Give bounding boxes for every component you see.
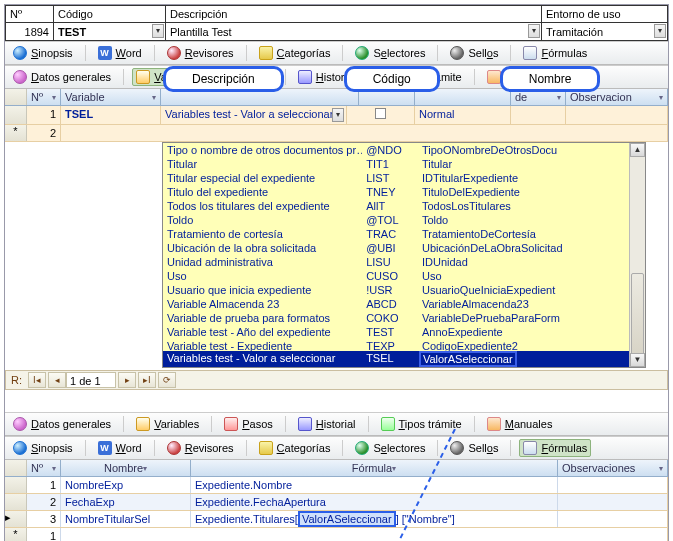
pasos-button-2[interactable]: Pasos	[220, 415, 277, 433]
new-row-star-icon[interactable]: *	[5, 528, 27, 541]
dropdown-item[interactable]: VariableAlmacenda23	[418, 297, 629, 311]
word-button-2[interactable]: WWord	[94, 439, 146, 457]
dropdown-item[interactable]: Titular especial del expediente	[163, 171, 362, 185]
word-button[interactable]: WWord	[94, 44, 146, 62]
dropdown-scrollbar[interactable]: ▲ ▼	[629, 143, 645, 367]
cell-nombre[interactable]: NombreTitularSel	[61, 511, 191, 527]
dropdown-item[interactable]: TratamientoDeCortesía	[418, 227, 629, 241]
col-variable[interactable]: Variable▾	[61, 89, 161, 105]
cell-nombre[interactable]: NombreExp	[61, 477, 191, 493]
formulas-button-2[interactable]: Fórmulas	[519, 439, 591, 457]
dropdown-item[interactable]: COKO	[362, 311, 418, 325]
cell-variable[interactable]: TSEL	[61, 106, 161, 124]
sinopsis-button[interactable]: Sinopsis	[9, 44, 77, 62]
dropdown-item[interactable]: AnnoExpediente	[418, 325, 629, 339]
revisores-button-2[interactable]: Revisores	[163, 439, 238, 457]
tipos-tramite-button[interactable]: Tipos trámite	[377, 68, 466, 86]
dropdown-item[interactable]: UsuarioQueIniciaExpedient	[418, 283, 629, 297]
cell-req[interactable]	[347, 106, 415, 124]
cell-formula[interactable]: Expediente.Titulares[ValorASeleccionar] …	[191, 511, 558, 527]
row-indicator[interactable]	[5, 106, 27, 124]
dropdown-item[interactable]: AllT	[362, 199, 418, 213]
chevron-down-icon[interactable]: ▾	[152, 24, 164, 38]
tipos-tramite-button-2[interactable]: Tipos trámite	[377, 415, 466, 433]
cell-obs[interactable]	[558, 477, 668, 493]
chevron-down-icon[interactable]: ▾	[332, 108, 344, 122]
dropdown-item[interactable]: Toldo	[418, 213, 629, 227]
dropdown-item[interactable]: LIST	[362, 171, 418, 185]
historial-button[interactable]: Historial	[294, 68, 360, 86]
categorias-button[interactable]: Categorías	[255, 44, 335, 62]
dropdown-item[interactable]: ABCD	[362, 297, 418, 311]
col-nombre[interactable]: Nombre▾	[61, 460, 191, 476]
cell-desc[interactable]: Variables test - Valor a seleccionar▾	[161, 106, 347, 124]
cell-obs[interactable]	[558, 511, 668, 527]
historial-button-2[interactable]: Historial	[294, 415, 360, 433]
datos-generales-button-2[interactable]: Datos generales	[9, 415, 115, 433]
dd-col-code[interactable]: @NDOTIT1LISTTNEYAllT@TOLTRAC@UBILISUCUSO…	[362, 143, 418, 367]
sellos-button-2[interactable]: Sellos	[446, 439, 502, 457]
col-hidden-1[interactable]	[161, 89, 359, 105]
dropdown-item[interactable]: Titular	[163, 157, 362, 171]
col-tipo[interactable]	[415, 89, 511, 105]
dd-col-name[interactable]: TipoONombreDeOtrosDocuTitularIDTitularEx…	[418, 143, 629, 367]
dd-col-desc[interactable]: Tipo o nombre de otros documentos pr…Tit…	[163, 143, 362, 367]
dropdown-selected-row[interactable]: Variables test - Valor a seleccionar TSE…	[163, 351, 629, 367]
row-indicator[interactable]	[5, 477, 27, 493]
nav-first-icon[interactable]: ꓲ◂	[28, 372, 46, 388]
cell-formula[interactable]: Expediente.FechaApertura	[191, 494, 558, 510]
dropdown-item[interactable]: Uso	[163, 269, 362, 283]
formulas-button[interactable]: Fórmulas	[519, 44, 591, 62]
dropdown-item[interactable]: Usuario que inicia expediente	[163, 283, 362, 297]
col-requerido[interactable]: Requerido	[359, 89, 415, 105]
variables-button[interactable]: Variables	[132, 68, 203, 86]
scroll-thumb[interactable]	[631, 273, 644, 363]
dropdown-item[interactable]: TRAC	[362, 227, 418, 241]
dropdown-item[interactable]: TituloDelExpediente	[418, 185, 629, 199]
selectores-button-2[interactable]: Selectores	[351, 439, 429, 457]
new-row-star-icon[interactable]: *	[5, 125, 27, 141]
dropdown-item[interactable]: CUSO	[362, 269, 418, 283]
dropdown-item[interactable]: IDTitularExpediente	[418, 171, 629, 185]
dropdown-item[interactable]: Variable test - Año del expediente	[163, 325, 362, 339]
chevron-down-icon[interactable]: ▾	[654, 24, 666, 38]
dropdown-item[interactable]: Tratamiento de cortesía	[163, 227, 362, 241]
nav-prev-icon[interactable]: ◂	[48, 372, 66, 388]
dropdown-item[interactable]: Variable de prueba para formatos	[163, 311, 362, 325]
dropdown-item[interactable]: Variable Almacenda 23	[163, 297, 362, 311]
col-no[interactable]: Nº▾	[27, 89, 61, 105]
scroll-down-icon[interactable]: ▼	[630, 353, 645, 367]
cell-de[interactable]	[511, 106, 566, 124]
dropdown-item[interactable]: Titular	[418, 157, 629, 171]
row-header-spacer[interactable]	[5, 89, 27, 105]
row-indicator[interactable]: ▸	[5, 511, 27, 527]
dropdown-item[interactable]: TNEY	[362, 185, 418, 199]
col-no-2[interactable]: Nº▾	[27, 460, 61, 476]
dropdown-item[interactable]: @TOL	[362, 213, 418, 227]
dropdown-item[interactable]: IDUnidad	[418, 255, 629, 269]
col-observacion[interactable]: Observacion▾	[566, 89, 668, 105]
datos-generales-button[interactable]: Datos generales	[9, 68, 115, 86]
val-descripcion[interactable]: Plantilla Test▾	[166, 23, 542, 41]
nav-last-icon[interactable]: ▸ꓲ	[138, 372, 156, 388]
dropdown-item[interactable]: VariableDePruebaParaForm	[418, 311, 629, 325]
pasos-button[interactable]: Pasos	[220, 68, 277, 86]
nav-next-icon[interactable]: ▸	[118, 372, 136, 388]
scroll-up-icon[interactable]: ▲	[630, 143, 645, 157]
dropdown-item[interactable]: Toldo	[163, 213, 362, 227]
col-observaciones[interactable]: Observaciones▾	[558, 460, 668, 476]
row-indicator[interactable]	[5, 494, 27, 510]
sinopsis-button-2[interactable]: Sinopsis	[9, 439, 77, 457]
col-formula[interactable]: Fórmula▾	[191, 460, 558, 476]
col-de[interactable]: de▾	[511, 89, 566, 105]
dropdown-item[interactable]: Todos los titulares del expediente	[163, 199, 362, 213]
dropdown-item[interactable]: @NDO	[362, 143, 418, 157]
dropdown-item[interactable]: TipoONombreDeOtrosDocu	[418, 143, 629, 157]
variables-button-2[interactable]: Variables	[132, 415, 203, 433]
chevron-down-icon[interactable]: ▾	[528, 24, 540, 38]
categorias-button-2[interactable]: Categorías	[255, 439, 335, 457]
val-entorno[interactable]: Tramitación▾	[542, 23, 668, 41]
dropdown-item[interactable]: UbicaciónDeLaObraSolicitad	[418, 241, 629, 255]
dropdown-item[interactable]: TIT1	[362, 157, 418, 171]
dropdown-item[interactable]: Ubicación de la obra solicitada	[163, 241, 362, 255]
